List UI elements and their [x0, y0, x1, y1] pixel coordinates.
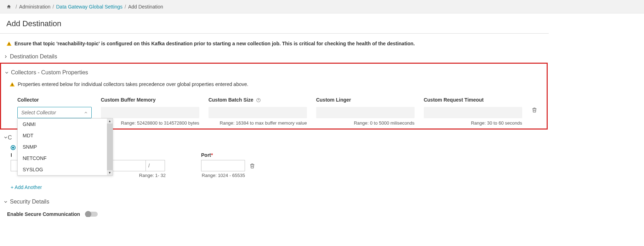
collector-column: Collector Select Collector GNMI MDT SNMP… — [17, 97, 92, 118]
svg-point-5 — [258, 101, 259, 101]
collectors-sub-warning: Properties entered below for individual … — [1, 79, 547, 89]
trash-icon[interactable] — [249, 163, 255, 169]
linger-input[interactable] — [316, 107, 415, 118]
breadcrumb-item-admin[interactable]: Administration — [19, 4, 51, 10]
buffer-label: Custom Buffer Memory — [101, 97, 199, 103]
page-title: Add Destination — [0, 13, 549, 34]
scroll-down-icon[interactable]: ▼ — [108, 171, 112, 175]
buffer-column: Custom Buffer Memory Range: 52428800 to … — [101, 97, 199, 126]
svg-rect-3 — [12, 85, 12, 86]
breadcrumb-item-current: Add Destination — [128, 4, 163, 10]
chevron-up-icon — [84, 111, 88, 115]
buffer-range-hint: Range: 52428800 to 314572800 bytes — [101, 120, 199, 126]
collector-placeholder: Select Collector — [21, 110, 56, 115]
warning-banner: Ensure that topic 'reachability-topic' i… — [0, 34, 644, 50]
chevron-down-icon — [5, 70, 9, 75]
section-destination-details-title: Destination Details — [10, 53, 57, 60]
collector-option-gnmi[interactable]: GNMI — [18, 119, 107, 130]
highlighted-region: Collectors - Custom Properties Propertie… — [0, 63, 548, 130]
batch-range-hint: Range: 16384 to max buffer memory value — [209, 120, 307, 126]
collector-option-snmp[interactable]: SNMP — [18, 141, 107, 153]
chevron-down-icon — [4, 135, 8, 141]
home-icon[interactable] — [6, 4, 11, 9]
linger-range-hint: Range: 0 to 5000 miliseconds — [316, 120, 415, 126]
chevron-down-icon — [4, 200, 8, 204]
port-label-text: Port — [201, 152, 211, 158]
collector-option-netconf[interactable]: NETCONF — [18, 153, 107, 164]
breadcrumb: / Administration / Data Gateway Global S… — [0, 0, 644, 13]
port-label: Port* — [201, 152, 255, 158]
port-range-hint: Range: 1024 - 65535 — [201, 173, 245, 178]
svg-rect-0 — [9, 43, 9, 45]
security-toggle-row: Enable Secure Communication — [0, 208, 644, 217]
timeout-range-hint: Range: 30 to 60 seconds — [424, 120, 522, 126]
collector-option-mdt[interactable]: MDT — [18, 130, 107, 141]
collector-dropdown[interactable]: Select Collector GNMI MDT SNMP NETCONF S… — [17, 107, 92, 118]
section-security[interactable]: Security Details — [0, 192, 644, 208]
breadcrumb-sep: / — [53, 4, 54, 10]
collectors-sub-warning-text: Properties entered below for individual … — [18, 81, 248, 87]
port-column: Port* Range: 1024 - 65535 — [201, 152, 255, 178]
buffer-input[interactable] — [101, 107, 199, 118]
batch-input[interactable] — [209, 107, 307, 118]
dropdown-scrollbar[interactable]: ▲ ▼ — [107, 119, 113, 175]
chevron-right-icon — [4, 55, 8, 59]
security-toggle-label: Enable Secure Communication — [7, 211, 80, 217]
warning-icon — [6, 41, 12, 46]
timeout-column: Custom Request Timeout Range: 30 to 60 s… — [424, 97, 522, 126]
breadcrumb-item-data-gateway[interactable]: Data Gateway Global Settings — [56, 4, 122, 10]
svg-rect-1 — [9, 45, 9, 45]
mask-input[interactable] — [152, 160, 165, 171]
section-security-title: Security Details — [10, 199, 49, 205]
delete-row-cell — [531, 97, 540, 113]
toggle-knob — [85, 211, 91, 217]
collectors-grid: Collector Select Collector GNMI MDT SNMP… — [1, 89, 547, 126]
warning-icon — [10, 82, 15, 87]
add-another-link[interactable]: + Add Another — [4, 178, 640, 192]
collector-label: Collector — [17, 97, 92, 103]
trash-icon[interactable] — [531, 107, 540, 113]
timeout-input[interactable] — [424, 107, 522, 118]
section-collectors-title: Collectors - Custom Properties — [11, 69, 88, 76]
section-destination-details[interactable]: Destination Details — [0, 50, 644, 63]
section-connection-title: C — [8, 135, 12, 141]
linger-column: Custom Linger Range: 0 to 5000 milisecon… — [316, 97, 415, 126]
collector-option-syslog[interactable]: SYSLOG — [18, 164, 107, 175]
batch-label: Custom Batch Size — [209, 97, 307, 103]
batch-column: Custom Batch Size Range: 16384 to max bu… — [209, 97, 307, 126]
collector-dropdown-menu: GNMI MDT SNMP NETCONF SYSLOG ▲ ▼ — [17, 118, 113, 176]
help-icon[interactable] — [256, 98, 261, 103]
mask-separator: / — [146, 160, 152, 171]
linger-label: Custom Linger — [316, 97, 415, 103]
breadcrumb-sep: / — [16, 4, 17, 10]
section-collectors[interactable]: Collectors - Custom Properties — [1, 66, 547, 79]
radio-selected-icon[interactable] — [11, 145, 16, 150]
breadcrumb-sep: / — [125, 4, 126, 10]
security-toggle[interactable] — [86, 212, 98, 217]
svg-rect-2 — [12, 84, 12, 85]
timeout-label: Custom Request Timeout — [424, 97, 522, 103]
scroll-track[interactable] — [107, 124, 113, 170]
scroll-up-icon[interactable]: ▲ — [108, 119, 112, 123]
port-input[interactable] — [201, 160, 245, 171]
batch-label-text: Custom Batch Size — [209, 97, 253, 103]
collector-dropdown-box[interactable]: Select Collector — [17, 107, 92, 118]
warning-text: Ensure that topic 'reachability-topic' i… — [15, 41, 415, 46]
